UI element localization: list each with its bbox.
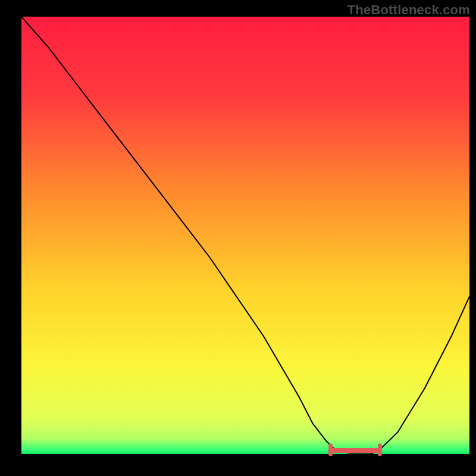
chart-container: TheBottleneck.com — [0, 0, 476, 476]
watermark-text: TheBottleneck.com — [347, 2, 470, 18]
plot-area — [21, 17, 469, 454]
bottleneck-chart — [0, 0, 476, 476]
